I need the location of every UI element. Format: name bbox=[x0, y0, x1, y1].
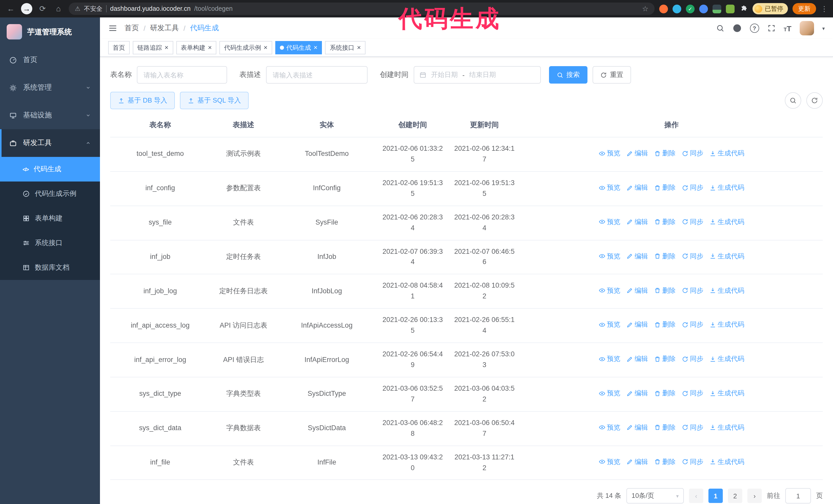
sidebar-item-db-doc[interactable]: 数据库文档 bbox=[0, 255, 100, 280]
tag-close-icon[interactable]: × bbox=[263, 45, 267, 51]
tag-item[interactable]: 代码生成× bbox=[275, 41, 322, 54]
reload-button[interactable]: ⟳ bbox=[37, 3, 48, 14]
table-desc-input[interactable] bbox=[266, 66, 367, 83]
sidebar-item-codegen[interactable]: </> 代码生成 bbox=[0, 157, 100, 182]
tag-close-icon[interactable]: × bbox=[357, 45, 361, 51]
edit-link[interactable]: 编辑 bbox=[626, 320, 648, 330]
browser-menu-icon[interactable]: ⋮ bbox=[821, 5, 828, 13]
tag-close-icon[interactable]: × bbox=[314, 45, 317, 51]
delete-link[interactable]: 删除 bbox=[654, 354, 675, 364]
import-sql-button[interactable]: 基于 SQL 导入 bbox=[180, 92, 249, 109]
sync-link[interactable]: 同步 bbox=[682, 285, 703, 295]
next-page-button[interactable]: › bbox=[747, 489, 762, 503]
user-avatar[interactable] bbox=[800, 21, 814, 35]
preview-link[interactable]: 预览 bbox=[599, 423, 620, 433]
tag-item[interactable]: 系统接口× bbox=[325, 41, 365, 54]
sync-link[interactable]: 同步 bbox=[682, 251, 703, 261]
date-range-picker[interactable]: 开始日期 - 结束日期 bbox=[414, 66, 541, 83]
preview-link[interactable]: 预览 bbox=[599, 388, 620, 399]
address-bar[interactable]: ⚠ 不安全 dashboard.yudao.iocoder.cn/tool/co… bbox=[69, 3, 654, 15]
preview-link[interactable]: 预览 bbox=[599, 183, 620, 193]
hamburger-icon[interactable] bbox=[108, 24, 117, 33]
sync-link[interactable]: 同步 bbox=[682, 388, 703, 399]
font-size-icon[interactable]: TT bbox=[784, 24, 791, 32]
paused-badge[interactable]: 已暂停 bbox=[753, 3, 788, 14]
toggle-search-button[interactable] bbox=[785, 92, 801, 109]
tag-item[interactable]: 表单构建× bbox=[176, 41, 216, 54]
preview-link[interactable]: 预览 bbox=[599, 217, 620, 227]
generate-code-link[interactable]: 生成代码 bbox=[710, 388, 744, 399]
search-button[interactable]: 搜索 bbox=[549, 66, 588, 83]
sync-link[interactable]: 同步 bbox=[682, 423, 703, 433]
delete-link[interactable]: 删除 bbox=[654, 423, 675, 433]
browser-extension-icon[interactable] bbox=[659, 4, 668, 13]
generate-code-link[interactable]: 生成代码 bbox=[710, 183, 744, 193]
sync-link[interactable]: 同步 bbox=[682, 354, 703, 364]
tag-item[interactable]: 首页 bbox=[108, 41, 130, 54]
delete-link[interactable]: 删除 bbox=[654, 457, 675, 467]
refresh-table-button[interactable] bbox=[806, 92, 823, 109]
sync-link[interactable]: 同步 bbox=[682, 320, 703, 330]
sidebar-item-devtools[interactable]: 研发工具 bbox=[0, 129, 100, 157]
fullscreen-icon[interactable] bbox=[767, 24, 775, 32]
preview-link[interactable]: 预览 bbox=[599, 251, 620, 261]
sidebar-item-form-builder[interactable]: 表单构建 bbox=[0, 206, 100, 231]
edit-link[interactable]: 编辑 bbox=[626, 251, 648, 261]
security-label[interactable]: 不安全 bbox=[84, 4, 102, 13]
back-button[interactable]: ← bbox=[5, 3, 17, 14]
preview-link[interactable]: 预览 bbox=[599, 148, 620, 159]
goto-page-input[interactable] bbox=[785, 488, 811, 504]
delete-link[interactable]: 删除 bbox=[654, 183, 675, 193]
delete-link[interactable]: 删除 bbox=[654, 285, 675, 295]
extensions-puzzle-icon[interactable] bbox=[739, 4, 748, 13]
generate-code-link[interactable]: 生成代码 bbox=[710, 457, 744, 467]
edit-link[interactable]: 编辑 bbox=[626, 285, 648, 295]
browser-extension-icon[interactable]: ✓ bbox=[686, 4, 695, 13]
table-name-input[interactable] bbox=[137, 66, 227, 83]
browser-extension-icon[interactable] bbox=[672, 4, 681, 13]
generate-code-link[interactable]: 生成代码 bbox=[710, 148, 744, 159]
breadcrumb-item[interactable]: 首页 bbox=[124, 24, 139, 33]
delete-link[interactable]: 删除 bbox=[654, 388, 675, 399]
sidebar-item-system[interactable]: 系统管理 bbox=[0, 74, 100, 101]
breadcrumb-item[interactable]: 研发工具 bbox=[150, 24, 179, 33]
delete-link[interactable]: 删除 bbox=[654, 251, 675, 261]
delete-link[interactable]: 删除 bbox=[654, 148, 675, 159]
edit-link[interactable]: 编辑 bbox=[626, 457, 648, 467]
edit-link[interactable]: 编辑 bbox=[626, 148, 648, 159]
delete-link[interactable]: 删除 bbox=[654, 217, 675, 227]
tag-close-icon[interactable]: × bbox=[208, 45, 212, 51]
sidebar-item-infra[interactable]: 基础设施 bbox=[0, 101, 100, 129]
sync-link[interactable]: 同步 bbox=[682, 183, 703, 193]
delete-link[interactable]: 删除 bbox=[654, 320, 675, 330]
generate-code-link[interactable]: 生成代码 bbox=[710, 320, 744, 330]
bookmark-star-icon[interactable]: ☆ bbox=[642, 5, 648, 13]
page-button-1[interactable]: 1 bbox=[709, 489, 723, 503]
tag-close-icon[interactable]: × bbox=[165, 45, 168, 51]
sync-link[interactable]: 同步 bbox=[682, 148, 703, 159]
browser-extension-icon[interactable] bbox=[726, 4, 735, 13]
tag-item[interactable]: 代码生成示例× bbox=[219, 41, 272, 54]
help-icon[interactable]: ? bbox=[750, 24, 759, 33]
preview-link[interactable]: 预览 bbox=[599, 457, 620, 467]
edit-link[interactable]: 编辑 bbox=[626, 217, 648, 227]
edit-link[interactable]: 编辑 bbox=[626, 183, 648, 193]
import-db-button[interactable]: 基于 DB 导入 bbox=[110, 92, 175, 109]
generate-code-link[interactable]: 生成代码 bbox=[710, 423, 744, 433]
page-button-2[interactable]: 2 bbox=[728, 489, 742, 503]
sidebar-item-home[interactable]: 首页 bbox=[0, 46, 100, 74]
sync-link[interactable]: 同步 bbox=[682, 217, 703, 227]
search-icon[interactable] bbox=[716, 24, 724, 32]
tag-item[interactable]: 链路追踪× bbox=[133, 41, 173, 54]
sidebar-item-codegen-example[interactable]: 代码生成示例 bbox=[0, 182, 100, 206]
update-button[interactable]: 更新 bbox=[792, 3, 816, 14]
preview-link[interactable]: 预览 bbox=[599, 354, 620, 364]
edit-link[interactable]: 编辑 bbox=[626, 388, 648, 399]
preview-link[interactable]: 预览 bbox=[599, 320, 620, 330]
generate-code-link[interactable]: 生成代码 bbox=[710, 285, 744, 295]
generate-code-link[interactable]: 生成代码 bbox=[710, 217, 744, 227]
prev-page-button[interactable]: ‹ bbox=[689, 489, 703, 503]
browser-extension-icon[interactable] bbox=[699, 4, 708, 13]
edit-link[interactable]: 编辑 bbox=[626, 423, 648, 433]
generate-code-link[interactable]: 生成代码 bbox=[710, 354, 744, 364]
